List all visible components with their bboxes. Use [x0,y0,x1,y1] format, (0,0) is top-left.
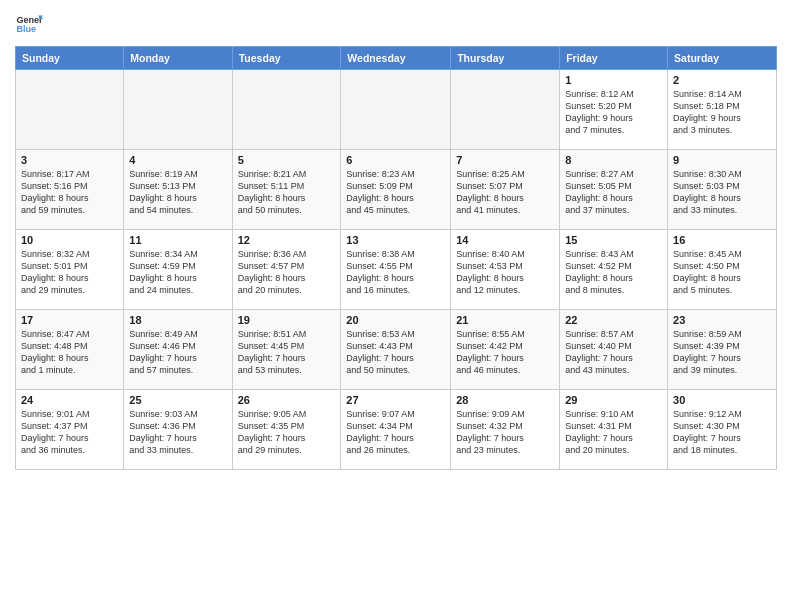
day-info: Sunrise: 8:19 AMSunset: 5:13 PMDaylight:… [129,168,226,217]
calendar-cell [124,70,232,150]
calendar-cell: 7Sunrise: 8:25 AMSunset: 5:07 PMDaylight… [451,150,560,230]
calendar-cell: 13Sunrise: 8:38 AMSunset: 4:55 PMDayligh… [341,230,451,310]
day-number: 8 [565,154,662,166]
day-info: Sunrise: 8:53 AMSunset: 4:43 PMDaylight:… [346,328,445,377]
calendar-week-row: 24Sunrise: 9:01 AMSunset: 4:37 PMDayligh… [16,390,777,470]
day-info: Sunrise: 8:25 AMSunset: 5:07 PMDaylight:… [456,168,554,217]
day-info: Sunrise: 8:47 AMSunset: 4:48 PMDaylight:… [21,328,118,377]
day-number: 5 [238,154,336,166]
day-info: Sunrise: 8:12 AMSunset: 5:20 PMDaylight:… [565,88,662,137]
day-number: 30 [673,394,771,406]
day-number: 26 [238,394,336,406]
day-number: 9 [673,154,771,166]
day-number: 17 [21,314,118,326]
calendar-cell: 8Sunrise: 8:27 AMSunset: 5:05 PMDaylight… [560,150,668,230]
day-info: Sunrise: 9:09 AMSunset: 4:32 PMDaylight:… [456,408,554,457]
page: General Blue SundayMondayTuesdayWednesda… [0,0,792,612]
calendar-cell: 21Sunrise: 8:55 AMSunset: 4:42 PMDayligh… [451,310,560,390]
logo: General Blue [15,10,43,38]
calendar-body: 1Sunrise: 8:12 AMSunset: 5:20 PMDaylight… [16,70,777,470]
day-number: 22 [565,314,662,326]
day-number: 11 [129,234,226,246]
day-info: Sunrise: 8:40 AMSunset: 4:53 PMDaylight:… [456,248,554,297]
day-info: Sunrise: 8:57 AMSunset: 4:40 PMDaylight:… [565,328,662,377]
day-number: 14 [456,234,554,246]
day-number: 1 [565,74,662,86]
day-number: 18 [129,314,226,326]
day-info: Sunrise: 8:34 AMSunset: 4:59 PMDaylight:… [129,248,226,297]
calendar-week-row: 3Sunrise: 8:17 AMSunset: 5:16 PMDaylight… [16,150,777,230]
day-number: 10 [21,234,118,246]
calendar-week-row: 1Sunrise: 8:12 AMSunset: 5:20 PMDaylight… [16,70,777,150]
calendar-cell: 15Sunrise: 8:43 AMSunset: 4:52 PMDayligh… [560,230,668,310]
day-info: Sunrise: 8:21 AMSunset: 5:11 PMDaylight:… [238,168,336,217]
day-info: Sunrise: 9:10 AMSunset: 4:31 PMDaylight:… [565,408,662,457]
calendar-cell: 23Sunrise: 8:59 AMSunset: 4:39 PMDayligh… [668,310,777,390]
calendar-cell: 5Sunrise: 8:21 AMSunset: 5:11 PMDaylight… [232,150,341,230]
calendar-cell [341,70,451,150]
day-info: Sunrise: 8:23 AMSunset: 5:09 PMDaylight:… [346,168,445,217]
day-info: Sunrise: 9:01 AMSunset: 4:37 PMDaylight:… [21,408,118,457]
day-number: 16 [673,234,771,246]
day-number: 4 [129,154,226,166]
day-info: Sunrise: 8:36 AMSunset: 4:57 PMDaylight:… [238,248,336,297]
day-info: Sunrise: 8:30 AMSunset: 5:03 PMDaylight:… [673,168,771,217]
weekday-header: Thursday [451,47,560,70]
day-number: 15 [565,234,662,246]
day-number: 13 [346,234,445,246]
day-number: 7 [456,154,554,166]
calendar-cell: 3Sunrise: 8:17 AMSunset: 5:16 PMDaylight… [16,150,124,230]
calendar-cell: 10Sunrise: 8:32 AMSunset: 5:01 PMDayligh… [16,230,124,310]
calendar-cell: 30Sunrise: 9:12 AMSunset: 4:30 PMDayligh… [668,390,777,470]
day-number: 20 [346,314,445,326]
calendar-cell: 1Sunrise: 8:12 AMSunset: 5:20 PMDaylight… [560,70,668,150]
day-info: Sunrise: 8:51 AMSunset: 4:45 PMDaylight:… [238,328,336,377]
day-info: Sunrise: 8:27 AMSunset: 5:05 PMDaylight:… [565,168,662,217]
day-number: 2 [673,74,771,86]
day-info: Sunrise: 9:07 AMSunset: 4:34 PMDaylight:… [346,408,445,457]
header: General Blue [15,10,777,38]
day-info: Sunrise: 8:14 AMSunset: 5:18 PMDaylight:… [673,88,771,137]
day-info: Sunrise: 9:05 AMSunset: 4:35 PMDaylight:… [238,408,336,457]
calendar-cell: 4Sunrise: 8:19 AMSunset: 5:13 PMDaylight… [124,150,232,230]
day-number: 29 [565,394,662,406]
day-number: 24 [21,394,118,406]
calendar-cell: 16Sunrise: 8:45 AMSunset: 4:50 PMDayligh… [668,230,777,310]
calendar-cell: 20Sunrise: 8:53 AMSunset: 4:43 PMDayligh… [341,310,451,390]
calendar-cell: 17Sunrise: 8:47 AMSunset: 4:48 PMDayligh… [16,310,124,390]
day-info: Sunrise: 8:17 AMSunset: 5:16 PMDaylight:… [21,168,118,217]
day-number: 27 [346,394,445,406]
day-number: 23 [673,314,771,326]
calendar-week-row: 10Sunrise: 8:32 AMSunset: 5:01 PMDayligh… [16,230,777,310]
calendar-cell: 6Sunrise: 8:23 AMSunset: 5:09 PMDaylight… [341,150,451,230]
calendar-cell: 28Sunrise: 9:09 AMSunset: 4:32 PMDayligh… [451,390,560,470]
calendar-cell: 24Sunrise: 9:01 AMSunset: 4:37 PMDayligh… [16,390,124,470]
calendar-cell [16,70,124,150]
day-info: Sunrise: 8:59 AMSunset: 4:39 PMDaylight:… [673,328,771,377]
day-info: Sunrise: 8:38 AMSunset: 4:55 PMDaylight:… [346,248,445,297]
day-info: Sunrise: 8:43 AMSunset: 4:52 PMDaylight:… [565,248,662,297]
day-info: Sunrise: 8:55 AMSunset: 4:42 PMDaylight:… [456,328,554,377]
calendar-cell: 19Sunrise: 8:51 AMSunset: 4:45 PMDayligh… [232,310,341,390]
day-info: Sunrise: 8:45 AMSunset: 4:50 PMDaylight:… [673,248,771,297]
weekday-header: Wednesday [341,47,451,70]
weekday-header: Monday [124,47,232,70]
calendar-cell: 29Sunrise: 9:10 AMSunset: 4:31 PMDayligh… [560,390,668,470]
calendar-cell: 27Sunrise: 9:07 AMSunset: 4:34 PMDayligh… [341,390,451,470]
day-number: 25 [129,394,226,406]
day-info: Sunrise: 8:49 AMSunset: 4:46 PMDaylight:… [129,328,226,377]
calendar-cell: 2Sunrise: 8:14 AMSunset: 5:18 PMDaylight… [668,70,777,150]
day-info: Sunrise: 9:12 AMSunset: 4:30 PMDaylight:… [673,408,771,457]
calendar-cell: 26Sunrise: 9:05 AMSunset: 4:35 PMDayligh… [232,390,341,470]
calendar: SundayMondayTuesdayWednesdayThursdayFrid… [15,46,777,470]
svg-text:Blue: Blue [16,24,36,34]
day-info: Sunrise: 9:03 AMSunset: 4:36 PMDaylight:… [129,408,226,457]
day-number: 19 [238,314,336,326]
logo-icon: General Blue [15,10,43,38]
day-number: 21 [456,314,554,326]
calendar-header-row: SundayMondayTuesdayWednesdayThursdayFrid… [16,47,777,70]
calendar-cell: 18Sunrise: 8:49 AMSunset: 4:46 PMDayligh… [124,310,232,390]
calendar-cell: 9Sunrise: 8:30 AMSunset: 5:03 PMDaylight… [668,150,777,230]
day-number: 3 [21,154,118,166]
day-number: 28 [456,394,554,406]
